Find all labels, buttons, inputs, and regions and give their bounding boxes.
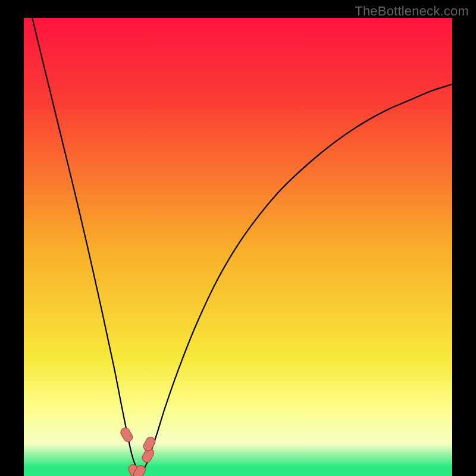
chart-frame: TheBottleneck.com [0, 0, 476, 476]
bottleneck-plot [24, 18, 452, 476]
watermark-text: TheBottleneck.com [355, 4, 469, 19]
